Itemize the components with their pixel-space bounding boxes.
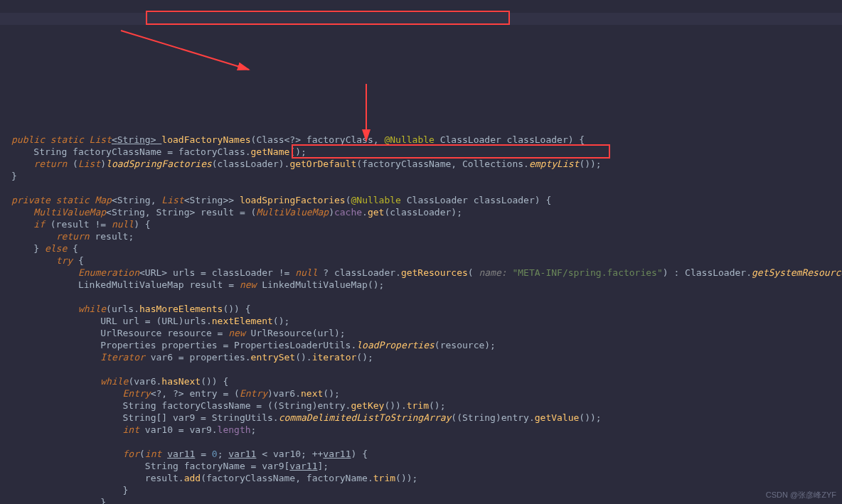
arrow-1 <box>107 27 270 80</box>
svg-line-0 <box>121 31 249 70</box>
current-line-highlight <box>0 13 842 25</box>
code-content: public static List<String> loadFactoryNa… <box>11 134 842 504</box>
code-editor[interactable]: public static List<String> loadFactoryNa… <box>0 0 842 504</box>
